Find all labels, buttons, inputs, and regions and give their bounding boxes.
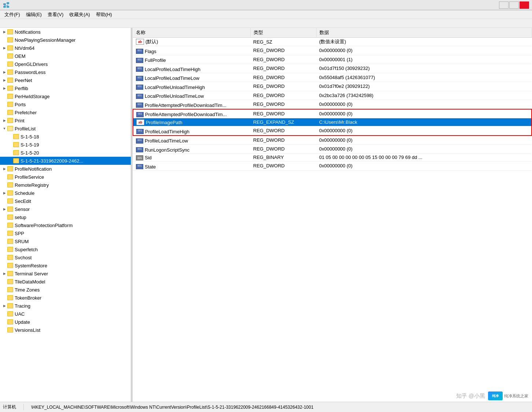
tree-arrow[interactable] xyxy=(1,271,7,276)
folder-icon xyxy=(7,231,13,236)
value-name: LocalProfileUnloadTimeHigh xyxy=(145,85,205,90)
value-name: ProfileLoadTimeHigh xyxy=(145,129,189,134)
tree-label: SoftwareProtectionPlatform xyxy=(15,223,73,228)
tree-item[interactable]: UAC xyxy=(0,310,131,318)
tree-item[interactable]: ProfileService xyxy=(0,173,131,181)
tree-item[interactable]: Time Zones xyxy=(0,286,131,294)
table-row[interactable]: ab ProfileImagePathREG_EXPAND_SZC:\Users… xyxy=(133,118,532,126)
tree-arrow[interactable] xyxy=(1,126,7,131)
tree-item[interactable]: ProfileNotification xyxy=(0,165,131,173)
tree-item[interactable]: ProfileList xyxy=(0,125,131,133)
table-row[interactable]: 001 StateREG_DWORD0x00000000 (0) xyxy=(133,162,532,171)
tree-arrow[interactable] xyxy=(1,85,7,91)
tree-item[interactable]: RemoteRegistry xyxy=(0,181,131,189)
tree-label: Ports xyxy=(15,102,26,107)
maximize-button[interactable] xyxy=(509,1,519,9)
folder-icon xyxy=(7,70,13,75)
tree-item[interactable]: Tracing xyxy=(0,302,131,310)
table-row[interactable]: 001 ProfileLoadTimeHighREG_DWORD0x000000… xyxy=(133,126,532,136)
tree-arrow[interactable] xyxy=(1,77,7,83)
tree-arrow[interactable] xyxy=(1,118,7,123)
table-row[interactable]: 001 RunLogonScriptSyncREG_DWORD0x0000000… xyxy=(133,145,532,154)
tree-item[interactable]: NtVdm64 xyxy=(0,44,131,52)
col-data[interactable]: 数据 xyxy=(316,28,532,38)
table-row[interactable]: 001 LocalProfileUnloadTimeLowREG_DWORD0x… xyxy=(133,91,532,100)
folder-icon xyxy=(7,279,13,284)
tree-item[interactable]: SystemRestore xyxy=(0,261,131,270)
table-row[interactable]: BIN SidREG_BINARY01 05 00 00 00 00 00 05… xyxy=(133,153,532,162)
cell-type: REG_DWORD xyxy=(250,73,316,82)
tree-arrow[interactable] xyxy=(1,303,7,309)
status-computer: 计算机 xyxy=(3,404,24,410)
table-row[interactable]: 001 ProfileLoadTimeLowREG_DWORD0x0000000… xyxy=(133,136,532,145)
tree-item[interactable]: Ports xyxy=(0,100,131,108)
menu-favorites[interactable]: 收藏夹(A) xyxy=(66,11,93,19)
tree-item[interactable]: Print xyxy=(0,116,131,125)
tree-label: PeerNet xyxy=(15,78,32,83)
menu-file[interactable]: 文件(F) xyxy=(1,11,23,19)
tree-arrow[interactable] xyxy=(1,206,7,212)
reg-icon: 001 ProfileAttemptedProfileDownloadTim..… xyxy=(136,103,226,108)
tree-item[interactable]: SRUM xyxy=(0,237,131,245)
tree-item[interactable]: setup xyxy=(0,213,131,221)
table-row[interactable]: 001 FlagsREG_DWORD0x00000000 (0) xyxy=(133,46,532,55)
table-row[interactable]: 001 ProfileAttemptedProfileDownloadTim..… xyxy=(133,109,532,118)
tree-arrow[interactable] xyxy=(1,45,7,51)
tree-item[interactable]: PeerNet xyxy=(0,76,131,84)
menu-help[interactable]: 帮助(H) xyxy=(93,11,115,19)
tree-item[interactable]: Svchost xyxy=(0,253,131,261)
cell-data: 0x00000000 (0) xyxy=(316,136,532,145)
tree-arrow[interactable] xyxy=(1,29,7,35)
close-button[interactable] xyxy=(520,1,529,9)
menu-edit[interactable]: 编辑(E) xyxy=(23,11,45,19)
cell-name: 001 FullProfile xyxy=(133,55,250,64)
tree-item[interactable]: Notifications xyxy=(0,28,131,36)
tree-item[interactable]: OEM xyxy=(0,52,131,60)
tree-panel[interactable]: NotificationsNowPlayingSessionManagerNtV… xyxy=(0,28,131,402)
tree-item[interactable]: NowPlayingSessionManager xyxy=(0,36,131,44)
col-type[interactable]: 类型 xyxy=(250,28,316,38)
col-name[interactable]: 名称 xyxy=(133,28,250,38)
table-row[interactable]: 001 LocalProfileUnloadTimeHighREG_DWORD0… xyxy=(133,82,532,91)
table-row[interactable]: 001 LocalProfileLoadTimeLowREG_DWORD0x55… xyxy=(133,73,532,82)
tree-item[interactable]: PasswordLess xyxy=(0,68,131,76)
cell-name: 001 LocalProfileLoadTimeHigh xyxy=(133,64,250,73)
tree-item[interactable]: Prefetcher xyxy=(0,108,131,116)
tree-label: TileDataModel xyxy=(15,279,45,285)
folder-icon xyxy=(7,110,13,115)
tree-item[interactable]: VersionsList xyxy=(0,326,131,334)
main-area: NotificationsNowPlayingSessionManagerNtV… xyxy=(0,28,532,402)
tree-item[interactable]: Perflib xyxy=(0,84,131,92)
cell-data: 0x55048af5 (1426361077) xyxy=(316,73,532,82)
tree-item[interactable]: OpenGLDrivers xyxy=(0,60,131,68)
cell-data: 0x00000000 (0) xyxy=(316,109,532,118)
tree-item[interactable]: Update xyxy=(0,318,131,326)
tree-item[interactable]: S-1-5-18 xyxy=(0,133,131,141)
svg-rect-2 xyxy=(3,6,6,8)
table-row[interactable]: ab (默认)REG_SZ(数值未设置) xyxy=(133,38,532,46)
tree-item[interactable]: Superfetch xyxy=(0,245,131,253)
tree-item[interactable]: Sensor xyxy=(0,205,131,213)
menu-view[interactable]: 查看(V) xyxy=(45,11,66,19)
table-row[interactable]: 001 ProfileAttemptedProfileDownloadTim..… xyxy=(133,100,532,109)
tree-arrow[interactable] xyxy=(1,166,7,172)
tree-item[interactable]: TokenBroker xyxy=(0,294,131,302)
tree-arrow[interactable] xyxy=(1,190,7,196)
tree-item[interactable]: S-1-5-21-3319622009-2462... xyxy=(0,157,131,165)
tree-item[interactable]: S-1-5-20 xyxy=(0,149,131,157)
table-row[interactable]: 001 FullProfileREG_DWORD0x00000001 (1) xyxy=(133,55,532,64)
values-panel[interactable]: 名称 类型 数据 ab (默认)REG_SZ(数值未设置)001 FlagsRE… xyxy=(133,28,532,402)
tree-item[interactable]: SPP xyxy=(0,229,131,237)
tree-item[interactable]: PerHwIdStorage xyxy=(0,92,131,100)
tree-item[interactable]: Terminal Server xyxy=(0,270,131,278)
cell-name: 001 ProfileLoadTimeLow xyxy=(133,136,250,145)
minimize-button[interactable] xyxy=(499,1,509,9)
tree-item[interactable]: S-1-5-19 xyxy=(0,141,131,149)
table-row[interactable]: 001 LocalProfileLoadTimeHighREG_DWORD0x0… xyxy=(133,64,532,73)
tree-item[interactable]: Schedule xyxy=(0,189,131,197)
tree-item[interactable]: SecEdit xyxy=(0,197,131,205)
folder-icon xyxy=(7,223,13,228)
tree-item[interactable]: SoftwareProtectionPlatform xyxy=(0,221,131,229)
tree-arrow[interactable] xyxy=(1,69,7,75)
tree-item[interactable]: TileDataModel xyxy=(0,278,131,286)
